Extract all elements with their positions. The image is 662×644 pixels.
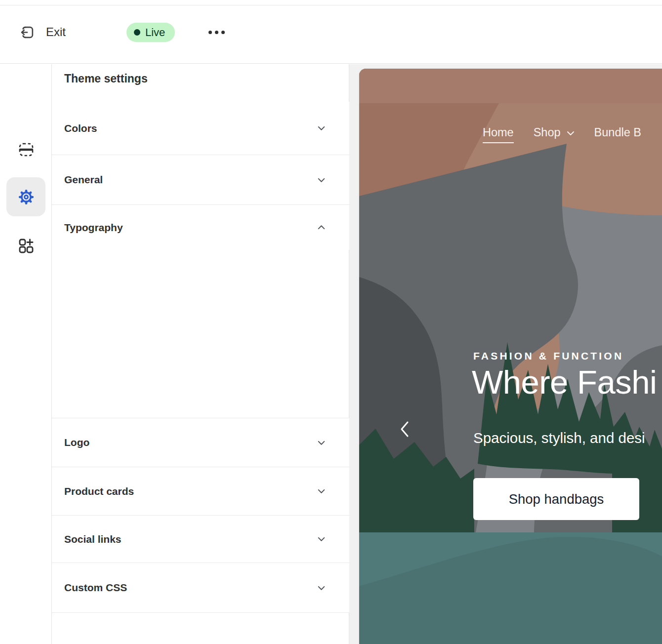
apps-icon bbox=[17, 237, 35, 255]
dot-icon bbox=[208, 31, 212, 34]
exit-label: Exit bbox=[46, 25, 66, 39]
section-social-links[interactable]: Social links bbox=[52, 516, 349, 563]
dot-icon bbox=[215, 31, 218, 34]
section-product-cards[interactable]: Product cards bbox=[52, 467, 349, 516]
preview-nav-bundle[interactable]: Bundle B bbox=[594, 126, 641, 139]
live-label: Live bbox=[145, 26, 165, 39]
section-colors[interactable]: Colors bbox=[52, 102, 349, 155]
preview-nav-home[interactable]: Home bbox=[483, 126, 514, 143]
dot-icon bbox=[221, 31, 225, 34]
theme-editor-app: Exit Live bbox=[0, 0, 662, 644]
chevron-down-icon bbox=[316, 534, 327, 544]
hero-subheading: Spacious, stylish, and desi bbox=[473, 430, 645, 446]
settings-panel: Theme settings Colors General Typography… bbox=[52, 64, 349, 644]
chevron-down-icon bbox=[316, 486, 327, 496]
icon-rail bbox=[0, 64, 52, 644]
sections-tab-button[interactable] bbox=[18, 141, 35, 158]
typography-settings: Headings font A Arsenal Headings base fo… bbox=[52, 250, 349, 418]
live-status-badge: Live bbox=[126, 23, 175, 42]
carousel-prev-button[interactable] bbox=[393, 414, 416, 444]
chevron-down-icon bbox=[316, 438, 327, 448]
hero-eyebrow: FASHION & FUNCTION bbox=[473, 350, 623, 362]
chevron-down-icon bbox=[316, 583, 327, 593]
chevron-down-icon bbox=[316, 175, 327, 185]
hero-heading: Where Fashi bbox=[472, 363, 657, 401]
chevron-down-icon bbox=[316, 123, 327, 133]
preview-nav: Home Shop Bundle B bbox=[483, 126, 641, 143]
preview-stage: Home Shop Bundle B FASHION & FUNCTION Wh… bbox=[349, 64, 662, 644]
panel-title: Theme settings bbox=[64, 72, 148, 85]
preview-nav-shop[interactable]: Shop bbox=[534, 126, 575, 139]
section-typography[interactable]: Typography bbox=[52, 205, 349, 250]
live-dot-icon bbox=[134, 29, 140, 36]
chevron-left-icon bbox=[399, 419, 410, 439]
section-logo[interactable]: Logo bbox=[52, 418, 349, 467]
sections-icon bbox=[18, 141, 35, 158]
theme-settings-tab-button[interactable] bbox=[6, 177, 45, 216]
exit-icon bbox=[20, 25, 35, 40]
section-custom-css[interactable]: Custom CSS bbox=[52, 563, 349, 613]
apps-tab-button[interactable] bbox=[17, 237, 35, 255]
top-divider bbox=[0, 5, 662, 5]
chevron-up-icon bbox=[316, 222, 327, 233]
topbar: Exit Live bbox=[0, 0, 662, 64]
gear-icon bbox=[17, 188, 36, 206]
more-menu-button[interactable] bbox=[205, 26, 228, 39]
exit-button[interactable]: Exit bbox=[20, 22, 66, 42]
section-general[interactable]: General bbox=[52, 155, 349, 205]
chevron-down-icon bbox=[567, 131, 575, 136]
theme-preview: Home Shop Bundle B FASHION & FUNCTION Wh… bbox=[359, 69, 662, 644]
shop-handbags-button[interactable]: Shop handbags bbox=[473, 478, 639, 520]
